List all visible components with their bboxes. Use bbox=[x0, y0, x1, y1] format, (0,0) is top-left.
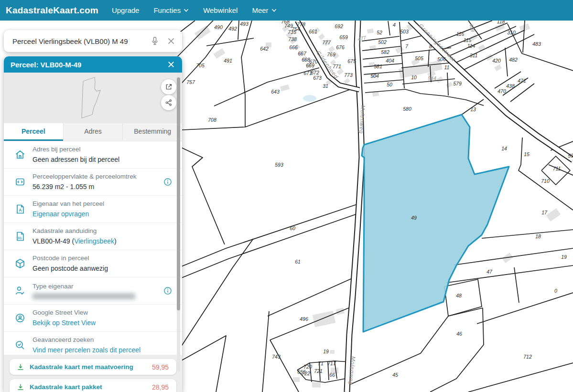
parcel-number-label: 438 bbox=[506, 83, 515, 89]
pond bbox=[303, 95, 316, 102]
parcel-number-label: 580 bbox=[403, 106, 411, 112]
parcel-number-label: 642 bbox=[260, 46, 269, 52]
building bbox=[330, 350, 335, 354]
row-link[interactable]: Vind meer percelen zoals dit perceel bbox=[32, 346, 141, 355]
parcel-number-label: 491 bbox=[224, 58, 232, 64]
parcel-number-label: 310 bbox=[507, 30, 516, 35]
parcel-number-label: 708 bbox=[208, 117, 216, 123]
panel-row: 01Kadastrale aanduidingVLB00-M-49 (Vierl… bbox=[4, 222, 182, 250]
share-button[interactable] bbox=[161, 95, 176, 110]
person-check-icon bbox=[14, 285, 26, 297]
search-input[interactable] bbox=[11, 37, 150, 46]
parcel-number-label: 59 bbox=[568, 153, 573, 159]
parcel-number-label: 46 bbox=[456, 331, 462, 337]
panel-row: Perceeloppervlakte & perceelomtrek56.239… bbox=[4, 168, 182, 195]
parcel-number-label: 45 bbox=[392, 372, 398, 378]
panel-row: Adres bij perceelGeen adressen bij dit p… bbox=[4, 141, 182, 168]
nav-upgrade[interactable]: Upgrade bbox=[112, 6, 140, 14]
parcel-number-label: 710 bbox=[541, 178, 550, 184]
nav-meer[interactable]: Meer bbox=[252, 6, 276, 14]
row-title: Eigenaar van het perceel bbox=[32, 200, 104, 208]
parcel-number-label: 11 bbox=[444, 64, 450, 70]
parcel-number-label: 114 bbox=[467, 43, 476, 49]
parcel-number-label: 404 bbox=[386, 58, 394, 64]
parcel-number-label: 66 bbox=[329, 372, 335, 378]
clear-search-icon[interactable] bbox=[166, 36, 176, 46]
panel-scrollbar bbox=[177, 73, 180, 371]
parcel-number-label: 10 bbox=[411, 74, 417, 80]
info-icon[interactable] bbox=[163, 286, 173, 296]
open-external-button[interactable] bbox=[161, 79, 176, 95]
parcel-number-label: 717 bbox=[327, 360, 336, 366]
info-icon[interactable] bbox=[163, 177, 173, 187]
parcel-outline-shape bbox=[76, 76, 111, 120]
row-value: 56.239 m2 - 1.055 m bbox=[32, 182, 137, 191]
product-price: 59,95 bbox=[152, 363, 169, 371]
cadastral-doc-icon: 01 bbox=[14, 231, 26, 242]
parcel-number-label: 0 bbox=[554, 288, 557, 294]
parcel-number-label: 15 bbox=[524, 151, 530, 157]
parcel-number-label: 115 bbox=[464, 37, 472, 43]
parcel-number-label: 778 bbox=[297, 21, 305, 27]
parcel-number-label: 692 bbox=[335, 23, 343, 29]
parcel-number-label: 579 bbox=[453, 81, 462, 86]
row-title: Kadastrale aanduiding bbox=[32, 227, 117, 235]
nav-functies[interactable]: Functies bbox=[153, 6, 189, 14]
parcel-number-label: 711 bbox=[553, 166, 561, 171]
building bbox=[293, 377, 300, 382]
parcel-number-label: 661 bbox=[309, 29, 317, 34]
highlighted-parcel-label: 49 bbox=[411, 215, 417, 221]
parcel-number-label: 48 bbox=[456, 293, 462, 298]
parcel-number-label: 581 bbox=[374, 64, 382, 69]
panel-header: Perceel: VLB00-M-49 bbox=[4, 56, 182, 73]
nav-webwinkel[interactable]: Webwinkel bbox=[203, 6, 238, 14]
tab-adres[interactable]: Adres bbox=[63, 123, 123, 141]
microphone-icon[interactable] bbox=[150, 36, 160, 46]
parcel-number-label: 18 bbox=[535, 233, 541, 239]
building bbox=[312, 382, 321, 388]
row-link[interactable]: Bekijk op Street View bbox=[32, 318, 96, 328]
parcel-number-label: 471 bbox=[518, 78, 526, 84]
panel-row: Postcode in perceelGeen postcode aanwezi… bbox=[4, 250, 182, 277]
parcel-number-label: 19 bbox=[561, 254, 567, 260]
parcel-number-label: 738 bbox=[288, 36, 297, 42]
parcel-number-label: 52 bbox=[377, 30, 382, 35]
parcel-number-label: 470 bbox=[497, 88, 506, 94]
parcel-number-label: 483 bbox=[532, 41, 541, 47]
parcel-number-label: 504 bbox=[370, 73, 379, 79]
panel-row: Type eigenaar bbox=[4, 277, 182, 304]
parcel-number-label: 705 bbox=[196, 63, 205, 68]
product-button[interactable]: Kadastrale kaart met maatvoering59,95 bbox=[10, 359, 176, 375]
chevron-down-icon bbox=[184, 9, 189, 12]
panel-rows: Adres bij perceelGeen adressen bij dit p… bbox=[4, 141, 182, 359]
parcel-number-label: 712 bbox=[523, 354, 532, 360]
parcel-number-label: 8 bbox=[429, 43, 432, 49]
scrollbar-thumb[interactable] bbox=[177, 77, 180, 310]
parcel-number-label: 482 bbox=[509, 57, 518, 63]
share-icon bbox=[165, 99, 173, 106]
parcel-number-label: 47 bbox=[487, 269, 493, 275]
home-icon bbox=[14, 149, 26, 160]
row-link[interactable]: Vierlingsbeek bbox=[74, 237, 114, 245]
parcel-number-label: 582 bbox=[381, 49, 389, 55]
site-logo[interactable]: KadastraleKaart.com bbox=[6, 5, 98, 16]
parcel-number-label: 502 bbox=[378, 39, 387, 45]
parcel-number-label: 757 bbox=[186, 79, 195, 85]
row-link[interactable]: Eigenaar opvragen bbox=[32, 210, 104, 219]
parcel-number-label: 593 bbox=[275, 162, 283, 168]
row-title: Postcode in perceel bbox=[32, 254, 108, 263]
close-icon[interactable] bbox=[167, 60, 175, 69]
parcel-number-label: 17 bbox=[541, 210, 548, 215]
parcel-number-label: 420 bbox=[492, 58, 501, 64]
product-button[interactable]: Kadastrale kaart pakket28,95 bbox=[10, 379, 176, 392]
parcel-number-label: 655 bbox=[297, 369, 306, 375]
parcel-number-label: 118 bbox=[497, 21, 505, 24]
parcel-number-label: 71 bbox=[318, 360, 324, 366]
building bbox=[367, 29, 374, 34]
parcel-number-label: 667 bbox=[298, 51, 307, 56]
tab-bestemming[interactable]: Bestemming bbox=[122, 123, 182, 141]
parcel-number-label: 675 bbox=[347, 58, 356, 64]
parcel-number-label: 61 bbox=[295, 259, 301, 265]
product-buttons: Kadastrale kaart met maatvoering59,95Kad… bbox=[4, 355, 182, 392]
tab-perceel[interactable]: Perceel bbox=[4, 123, 63, 141]
